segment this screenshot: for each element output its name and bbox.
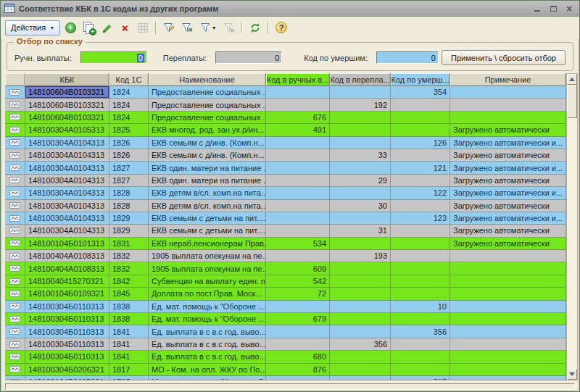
cell-deceased-code[interactable] bbox=[391, 225, 450, 237]
column-header-name[interactable]: Наименование bbox=[149, 73, 266, 86]
cell-deceased-code[interactable] bbox=[391, 112, 450, 124]
cell-name[interactable]: Ед. мат. помощь к "Обороне ... bbox=[149, 301, 266, 313]
cell-code1c[interactable]: 1717 bbox=[109, 376, 149, 380]
cell-note[interactable]: Загружено автоматически bbox=[450, 149, 566, 162]
cell-kbk[interactable]: 14810040415270321 bbox=[25, 275, 109, 288]
cell-kbk[interactable]: 148100304А0104313 bbox=[25, 187, 109, 199]
cell-name[interactable]: ЕКВ нераб.пенсионерам Прав... bbox=[149, 238, 266, 250]
row-marker-cell[interactable] bbox=[5, 338, 25, 351]
actions-menu-button[interactable]: Действия ▼ bbox=[5, 20, 60, 36]
filter-by-value-button[interactable] bbox=[179, 20, 195, 36]
cell-code1c[interactable]: 1845 bbox=[109, 288, 149, 300]
cell-note[interactable] bbox=[450, 313, 566, 325]
cell-deceased-code[interactable]: 517 bbox=[391, 376, 450, 380]
row-marker-cell[interactable] bbox=[5, 275, 25, 288]
cell-deceased-code[interactable] bbox=[391, 124, 450, 136]
cell-note[interactable] bbox=[450, 288, 566, 300]
cell-deceased-code[interactable] bbox=[391, 99, 450, 111]
cell-overpay-code[interactable]: 30 bbox=[330, 200, 391, 212]
cell-note[interactable]: Загружено автоматически bbox=[450, 124, 566, 136]
cell-code1c[interactable]: 1826 bbox=[109, 149, 149, 162]
deceased-code-input[interactable]: 0 bbox=[376, 51, 439, 64]
cell-note[interactable] bbox=[450, 338, 566, 351]
row-marker-cell[interactable] bbox=[5, 137, 25, 149]
cell-deceased-code[interactable]: 354 bbox=[391, 86, 450, 99]
cell-manual-code[interactable]: 676 bbox=[266, 112, 330, 124]
cell-overpay-code[interactable] bbox=[330, 364, 391, 376]
cell-note[interactable] bbox=[450, 262, 566, 275]
cell-code1c[interactable]: 1825 bbox=[109, 124, 149, 136]
cell-overpay-code[interactable] bbox=[330, 162, 391, 174]
cell-kbk[interactable]: 148100304А0104313 bbox=[25, 212, 109, 225]
cell-code1c[interactable]: 1824 bbox=[109, 112, 149, 124]
cell-deceased-code[interactable] bbox=[391, 175, 450, 187]
cell-overpay-code[interactable]: 356 bbox=[330, 338, 391, 351]
cell-note[interactable] bbox=[450, 86, 566, 99]
cell-note[interactable]: Загружено автоматически и... bbox=[450, 187, 566, 199]
row-marker-cell[interactable] bbox=[5, 301, 25, 313]
cell-overpay-code[interactable]: 29 bbox=[330, 175, 391, 187]
cell-manual-code[interactable] bbox=[266, 325, 330, 338]
row-marker-cell[interactable] bbox=[5, 325, 25, 338]
cell-manual-code[interactable] bbox=[266, 149, 330, 162]
cell-note[interactable] bbox=[450, 376, 566, 380]
cell-note[interactable]: Загружено автоматически bbox=[450, 225, 566, 237]
cell-deceased-code[interactable]: 356 bbox=[391, 325, 450, 338]
cell-name[interactable]: ЕКВ семьям с д/инв. (Комп.н... bbox=[149, 149, 266, 162]
filter-history-button[interactable]: ▼ bbox=[197, 20, 219, 36]
filter-settings-button[interactable] bbox=[161, 20, 177, 36]
cell-code1c[interactable]: 1826 bbox=[109, 137, 149, 149]
add-button[interactable]: + bbox=[62, 20, 78, 36]
cell-code1c[interactable]: 1817 bbox=[109, 364, 149, 376]
cell-deceased-code[interactable] bbox=[391, 364, 450, 376]
cell-manual-code[interactable] bbox=[266, 137, 330, 149]
row-marker-cell[interactable] bbox=[5, 200, 25, 212]
cell-note[interactable] bbox=[450, 351, 566, 363]
row-marker-cell[interactable] bbox=[5, 187, 25, 199]
overpayments-input[interactable]: 0 bbox=[215, 51, 282, 64]
vertical-scrollbar[interactable] bbox=[566, 73, 578, 380]
cell-deceased-code[interactable]: 121 bbox=[391, 162, 450, 174]
cell-name[interactable]: 1905 выплата опекунам на пе... bbox=[149, 250, 266, 262]
cell-kbk[interactable]: 148100304Б0110313 bbox=[25, 351, 109, 363]
cell-code1c[interactable]: 1838 bbox=[109, 313, 149, 325]
cell-manual-code[interactable] bbox=[266, 376, 330, 380]
cell-name[interactable]: Молодым семьям (Натурал. С... bbox=[149, 376, 266, 380]
cell-deceased-code[interactable] bbox=[391, 288, 450, 300]
cell-deceased-code[interactable] bbox=[391, 338, 450, 351]
cell-manual-code[interactable] bbox=[266, 212, 330, 225]
cell-kbk[interactable]: 148100304А0104313 bbox=[25, 225, 109, 237]
cell-kbk[interactable]: 148100304Б0110313 bbox=[25, 313, 109, 325]
cell-manual-code[interactable]: 491 bbox=[266, 124, 330, 136]
cell-manual-code[interactable] bbox=[266, 187, 330, 199]
cell-deceased-code[interactable] bbox=[391, 149, 450, 162]
cell-overpay-code[interactable]: 192 bbox=[330, 99, 391, 111]
cell-overpay-code[interactable] bbox=[330, 86, 391, 99]
row-marker-cell[interactable] bbox=[5, 238, 25, 250]
row-marker-cell[interactable] bbox=[5, 212, 25, 225]
cell-name[interactable]: ЕКВ многод. род. зан.ух.р/ин... bbox=[149, 124, 266, 136]
cell-overpay-code[interactable] bbox=[330, 137, 391, 149]
cell-kbk[interactable]: 148100304Б0110313 bbox=[25, 301, 109, 313]
cell-code1c[interactable]: 1824 bbox=[109, 99, 149, 111]
cell-manual-code[interactable] bbox=[266, 86, 330, 99]
cell-kbk[interactable]: 148100304Б0110313 bbox=[25, 338, 109, 351]
cell-kbk[interactable]: 148100604В0103321 bbox=[25, 112, 109, 124]
cell-code1c[interactable]: 1828 bbox=[109, 187, 149, 199]
cell-manual-code[interactable] bbox=[266, 200, 330, 212]
close-button[interactable]: × bbox=[563, 4, 575, 14]
cell-note[interactable] bbox=[450, 112, 566, 124]
cell-overpay-code[interactable] bbox=[330, 262, 391, 275]
cell-code1c[interactable]: 1842 bbox=[109, 275, 149, 288]
cell-name[interactable]: Субвенция на выплату един. п... bbox=[149, 275, 266, 288]
cell-manual-code[interactable] bbox=[266, 250, 330, 262]
row-marker-cell[interactable] bbox=[5, 376, 25, 380]
cell-name[interactable]: Ед. выплата в с в.с год. выво... bbox=[149, 351, 266, 363]
cell-kbk[interactable]: 148100104Б0109321 bbox=[25, 288, 109, 300]
cell-note[interactable]: Загружено автоматически и... bbox=[450, 137, 566, 149]
row-marker-cell[interactable] bbox=[5, 149, 25, 162]
cell-manual-code[interactable] bbox=[266, 175, 330, 187]
column-header-code1c[interactable]: Код 1С bbox=[109, 73, 149, 86]
cell-overpay-code[interactable] bbox=[330, 376, 391, 380]
cell-overpay-code[interactable]: 31 bbox=[330, 225, 391, 237]
